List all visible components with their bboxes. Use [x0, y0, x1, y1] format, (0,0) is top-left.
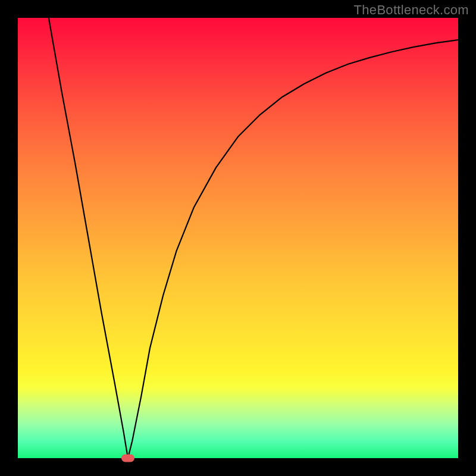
chart-frame: TheBottleneck.com — [0, 0, 476, 476]
minimum-marker — [121, 455, 134, 462]
bottleneck-curve — [18, 18, 458, 458]
watermark-text: TheBottleneck.com — [354, 2, 469, 18]
plot-area — [18, 18, 458, 458]
